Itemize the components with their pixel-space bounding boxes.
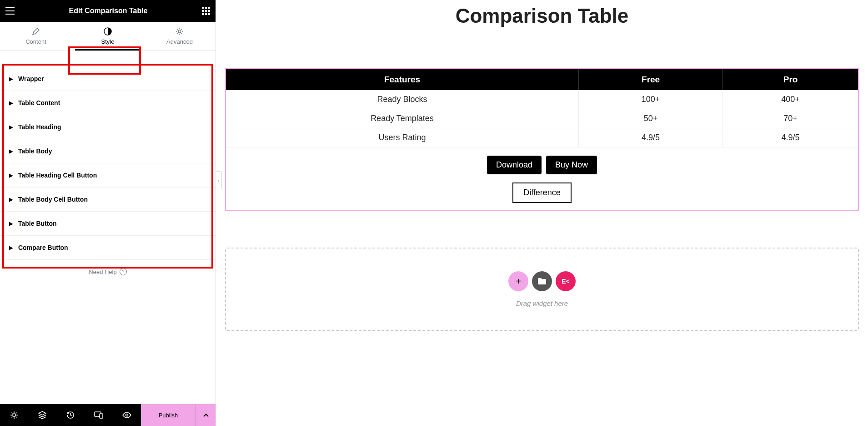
history-button[interactable] [56, 404, 85, 426]
settings-button[interactable] [0, 404, 28, 426]
gear-icon [176, 27, 184, 36]
section-table-body[interactable]: ▶Table Body [0, 139, 216, 163]
section-table-body-cell-button[interactable]: ▶Table Body Cell Button [0, 188, 216, 212]
svg-point-11 [13, 414, 15, 416]
tab-label: Style [101, 38, 115, 45]
layers-icon [38, 411, 46, 419]
section-wrapper[interactable]: ▶Wrapper [0, 67, 216, 91]
svg-rect-5 [208, 10, 210, 12]
plus-icon: + [516, 276, 521, 287]
eye-icon [122, 412, 131, 418]
caret-right-icon: ▶ [9, 245, 13, 251]
tab-label: Advanced [166, 38, 193, 45]
section-label: Table Body [18, 147, 52, 155]
comparison-table-widget[interactable]: Features Free Pro Ready Blocks 100+ 400+… [225, 68, 859, 211]
contrast-icon [104, 27, 112, 36]
section-label: Compare Button [18, 244, 68, 251]
caret-right-icon: ▶ [9, 221, 13, 227]
ekit-button[interactable]: E< [556, 271, 576, 291]
table-header: Pro [723, 69, 858, 90]
table-row: Ready Templates 50+ 70+ [226, 109, 858, 128]
download-button[interactable]: Download [487, 156, 542, 174]
svg-rect-4 [205, 10, 207, 12]
section-label: Wrapper [18, 75, 44, 82]
section-table-heading-cell-button[interactable]: ▶Table Heading Cell Button [0, 163, 216, 188]
table-cell: Users Rating [226, 128, 579, 147]
tab-label: Content [25, 38, 46, 45]
sidebar-title: Edit Comparison Table [69, 7, 147, 15]
editor-sidebar: Edit Comparison Table Content Style Adva… [0, 0, 216, 426]
tab-advanced[interactable]: Advanced [144, 22, 216, 51]
table-cell: 50+ [579, 109, 723, 128]
table-header: Free [579, 69, 723, 90]
svg-point-10 [178, 30, 181, 33]
section-table-content[interactable]: ▶Table Content [0, 91, 216, 115]
table-actions: Download Buy Now [226, 147, 858, 179]
buy-now-button[interactable]: Buy Now [546, 156, 597, 174]
style-sections: ▶Wrapper ▶Table Content ▶Table Heading ▶… [0, 51, 216, 404]
preview-button[interactable] [113, 404, 141, 426]
help-icon: ? [120, 268, 127, 275]
svg-rect-1 [205, 7, 207, 9]
publish-options-button[interactable] [196, 404, 216, 426]
table-cell: Ready Blocks [226, 90, 579, 109]
editor-canvas: ‹ Comparison Table Features Free Pro Rea… [216, 0, 868, 426]
difference-button[interactable]: Difference [512, 183, 572, 203]
caret-right-icon: ▶ [9, 172, 13, 178]
publish-button[interactable]: Publish [141, 404, 196, 426]
section-table-button[interactable]: ▶Table Button [0, 212, 216, 236]
page-title: Comparison Table [225, 5, 859, 27]
gear-icon [10, 411, 18, 419]
caret-right-icon: ▶ [9, 124, 13, 130]
table-row: Users Rating 4.9/5 4.9/5 [226, 128, 858, 147]
responsive-button[interactable] [85, 404, 113, 426]
chevron-up-icon [203, 413, 209, 417]
history-icon [66, 411, 75, 419]
caret-right-icon: ▶ [9, 76, 13, 82]
caret-right-icon: ▶ [9, 100, 13, 106]
table-row: Ready Blocks 100+ 400+ [226, 90, 858, 109]
collapse-sidebar-handle[interactable]: ‹ [216, 171, 222, 189]
template-button[interactable] [532, 271, 552, 291]
table-header: Features [226, 69, 579, 90]
comparison-table: Features Free Pro Ready Blocks 100+ 400+… [226, 69, 858, 147]
menu-icon[interactable] [5, 7, 15, 15]
svg-rect-0 [202, 7, 204, 9]
navigator-button[interactable] [28, 404, 56, 426]
widget-dropzone[interactable]: + E< Drag widget here [225, 248, 859, 331]
pencil-icon [32, 27, 40, 36]
section-label: Table Heading [18, 123, 61, 131]
editor-tabs: Content Style Advanced [0, 22, 216, 51]
add-section-button[interactable]: + [508, 271, 528, 291]
table-cell: 400+ [723, 90, 858, 109]
devices-icon [94, 411, 103, 419]
dropzone-text: Drag widget here [249, 299, 835, 307]
table-cell: 100+ [579, 90, 723, 109]
sidebar-footer: Publish [0, 404, 216, 426]
svg-rect-13 [100, 414, 103, 418]
tab-style[interactable]: Style [72, 22, 144, 51]
section-compare-button[interactable]: ▶Compare Button [0, 236, 216, 260]
tab-content[interactable]: Content [0, 22, 72, 51]
section-label: Table Button [18, 220, 57, 227]
ekit-icon: E< [562, 278, 570, 285]
svg-rect-7 [205, 13, 207, 15]
section-label: Table Content [18, 99, 60, 106]
sidebar-header: Edit Comparison Table [0, 0, 216, 22]
table-cell: 70+ [723, 109, 858, 128]
table-cell: 4.9/5 [723, 128, 858, 147]
help-label: Need Help [89, 269, 116, 275]
svg-rect-6 [202, 13, 204, 15]
publish-label: Publish [159, 412, 178, 419]
difference-row: Difference [226, 179, 858, 210]
caret-right-icon: ▶ [9, 197, 13, 203]
table-cell: 4.9/5 [579, 128, 723, 147]
widgets-grid-icon[interactable] [202, 7, 210, 15]
need-help-link[interactable]: Need Help ? [0, 260, 216, 284]
svg-rect-8 [208, 13, 210, 15]
table-cell: Ready Templates [226, 109, 579, 128]
svg-point-14 [126, 414, 128, 416]
section-table-heading[interactable]: ▶Table Heading [0, 115, 216, 139]
folder-icon [537, 278, 547, 285]
svg-rect-3 [202, 10, 204, 12]
